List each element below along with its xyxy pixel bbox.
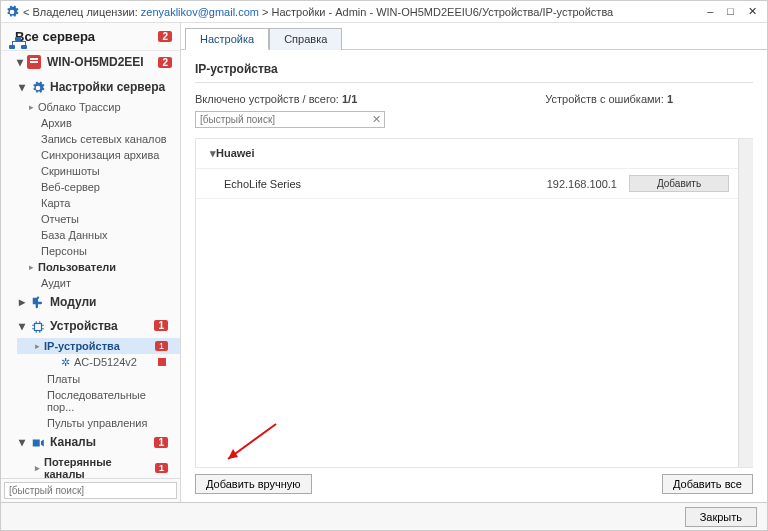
nav-item[interactable]: Карта (1, 195, 180, 211)
videocam-icon (31, 435, 45, 451)
badge: 1 (154, 320, 168, 331)
nav-item[interactable]: Облако Трассир (1, 99, 180, 115)
server-node[interactable]: ▾ WIN-OH5MD2EEI 2 (1, 51, 180, 73)
nav-item[interactable]: Архив (1, 115, 180, 131)
device-ip: 192.168.100.1 (509, 178, 629, 190)
nav-camera[interactable]: ✲ AC-D5124v2 (17, 354, 180, 371)
device-list: Huawei EchoLife Series 192.168.100.1 Доб… (195, 138, 753, 468)
nav-item[interactable]: Платы (17, 371, 180, 387)
group-devices[interactable]: ▾ Устройства 1 (1, 314, 180, 338)
chevron-down-icon: ▾ (19, 319, 29, 333)
badge: 2 (158, 31, 172, 42)
nav-item[interactable]: Аудит (1, 275, 180, 291)
tab-bar: Настройка Справка (181, 23, 767, 50)
server-icon (27, 55, 41, 69)
nav-item[interactable]: Скриншоты (1, 163, 180, 179)
puzzle-icon (31, 295, 45, 311)
badge: 1 (155, 341, 168, 351)
minimize-button[interactable]: – (707, 5, 713, 18)
error-count: Устройств с ошибками: 1 (545, 93, 673, 105)
nav-item[interactable]: Веб-сервер (1, 179, 180, 195)
close-dialog-button[interactable]: Закрыть (685, 507, 757, 527)
nav-item[interactable]: Пульты управления (17, 415, 180, 431)
group-settings[interactable]: ▾ Настройки сервера (1, 75, 180, 99)
add-all-button[interactable]: Добавить все (662, 474, 753, 494)
close-button[interactable]: ✕ (748, 5, 757, 18)
nav-item[interactable]: База Данных (1, 227, 180, 243)
maximize-button[interactable]: □ (727, 5, 734, 18)
chip-icon (31, 318, 45, 334)
device-name: EchoLife Series (224, 178, 509, 190)
tab-help[interactable]: Справка (269, 28, 342, 50)
chevron-down-icon: ▾ (19, 435, 29, 449)
enabled-count: Включено устройств / всего: 1/1 (195, 93, 545, 105)
group-modules[interactable]: ▸ Модули (1, 291, 180, 315)
nav-tree: ▾ Настройки сервера Облако Трассир Архив… (1, 73, 180, 478)
device-row: EchoLife Series 192.168.100.1 Добавить (196, 169, 753, 199)
breadcrumb: < Владелец лицензии: zenyaklikov@gmail.c… (23, 6, 707, 18)
tab-settings[interactable]: Настройка (185, 28, 269, 50)
badge: 2 (158, 57, 172, 68)
vendor-group[interactable]: Huawei (196, 139, 753, 169)
group-channels[interactable]: ▾ Каналы 1 (1, 431, 180, 455)
chevron-right-icon: ▸ (19, 295, 29, 309)
panel-title: IP-устройства (195, 62, 753, 83)
nav-item[interactable]: Пользователи (1, 259, 180, 275)
nav-item[interactable]: Персоны (1, 243, 180, 259)
gear-icon (5, 4, 19, 18)
add-manual-button[interactable]: Добавить вручную (195, 474, 312, 494)
sidebar-search (1, 478, 180, 502)
chevron-down-icon: ▾ (19, 80, 29, 94)
sidebar-search-input[interactable] (4, 482, 177, 499)
gear-icon (31, 79, 45, 95)
footer: Закрыть (1, 502, 767, 530)
all-servers-row[interactable]: Все сервера 2 (1, 23, 180, 51)
titlebar: < Владелец лицензии: zenyaklikov@gmail.c… (1, 1, 767, 23)
clear-icon[interactable]: ✕ (372, 113, 381, 126)
quick-search-input[interactable] (195, 111, 385, 128)
owner-email-link[interactable]: zenyaklikov@gmail.com (141, 6, 259, 18)
nav-lost-channels[interactable]: Потерянные каналы 1 (17, 454, 180, 478)
annotation-arrow-icon (216, 419, 286, 468)
error-dot-icon (158, 358, 166, 366)
sidebar: Все сервера 2 ▾ WIN-OH5MD2EEI 2 ▾ Настро… (1, 23, 181, 502)
ip-devices-panel: IP-устройства Включено устройств / всего… (181, 50, 767, 502)
nav-item[interactable]: Последовательные пор... (17, 387, 180, 415)
add-device-button[interactable]: Добавить (629, 175, 729, 192)
svg-rect-0 (35, 323, 42, 330)
nav-ip-devices[interactable]: IP-устройства 1 (17, 338, 180, 354)
badge: 1 (154, 437, 168, 448)
chevron-down-icon: ▾ (15, 55, 25, 69)
nav-item[interactable]: Отчеты (1, 211, 180, 227)
camera-icon: ✲ (61, 356, 70, 369)
nav-item[interactable]: Запись сетевых каналов (1, 131, 180, 147)
nav-item[interactable]: Синхронизация архива (1, 147, 180, 163)
badge: 1 (155, 463, 168, 473)
